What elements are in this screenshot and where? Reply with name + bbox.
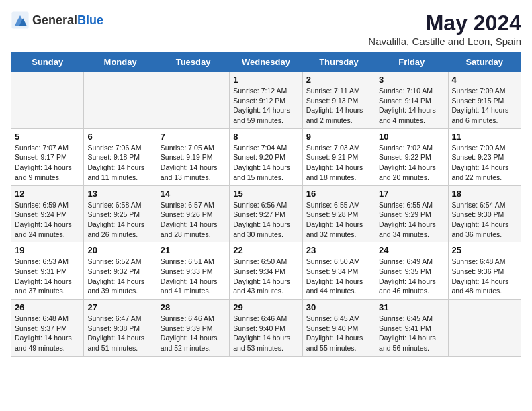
day-number: 16 (306, 189, 371, 199)
day-number: 29 (233, 302, 298, 312)
main-title: May 2024 (368, 11, 521, 36)
week-row-1: 1Sunrise: 7:12 AMSunset: 9:12 PMDaylight… (11, 72, 521, 129)
days-header-row: SundayMondayTuesdayWednesdayThursdayFrid… (11, 53, 521, 72)
day-info: Sunrise: 6:49 AMSunset: 9:35 PMDaylight:… (379, 257, 444, 296)
calendar-cell: 22Sunrise: 6:50 AMSunset: 9:34 PMDayligh… (230, 242, 302, 300)
day-info: Sunrise: 6:48 AMSunset: 9:36 PMDaylight:… (452, 257, 517, 296)
calendar-cell: 28Sunrise: 6:46 AMSunset: 9:39 PMDayligh… (157, 300, 229, 357)
day-info: Sunrise: 6:48 AMSunset: 9:37 PMDaylight:… (15, 314, 80, 353)
calendar-cell: 23Sunrise: 6:50 AMSunset: 9:34 PMDayligh… (302, 242, 375, 300)
calendar-cell: 2Sunrise: 7:11 AMSunset: 9:13 PMDaylight… (302, 72, 375, 129)
day-number: 25 (452, 245, 517, 255)
calendar-cell: 11Sunrise: 7:00 AMSunset: 9:23 PMDayligh… (448, 128, 521, 185)
day-header-sunday: Sunday (11, 53, 84, 72)
day-info: Sunrise: 7:12 AMSunset: 9:12 PMDaylight:… (233, 86, 298, 126)
day-header-thursday: Thursday (302, 53, 375, 72)
title-area: May 2024 Navalilla, Castille and Leon, S… (368, 11, 521, 47)
day-info: Sunrise: 6:50 AMSunset: 9:34 PMDaylight:… (306, 257, 371, 296)
calendar-cell: 13Sunrise: 6:58 AMSunset: 9:25 PMDayligh… (84, 185, 157, 242)
day-number: 13 (87, 189, 152, 199)
day-number: 1 (233, 75, 298, 85)
calendar-cell (84, 72, 157, 129)
calendar-cell: 26Sunrise: 6:48 AMSunset: 9:37 PMDayligh… (11, 300, 84, 357)
calendar-table: SundayMondayTuesdayWednesdayThursdayFrid… (11, 52, 521, 357)
day-header-tuesday: Tuesday (157, 53, 229, 72)
day-number: 6 (87, 132, 152, 142)
day-number: 15 (233, 189, 298, 199)
day-number: 14 (161, 189, 226, 199)
day-number: 5 (15, 132, 80, 142)
calendar-cell: 24Sunrise: 6:49 AMSunset: 9:35 PMDayligh… (375, 242, 448, 300)
day-number: 27 (87, 302, 152, 312)
calendar-cell: 18Sunrise: 6:54 AMSunset: 9:30 PMDayligh… (448, 185, 521, 242)
day-number: 18 (452, 189, 517, 199)
day-number: 4 (452, 75, 517, 85)
day-info: Sunrise: 7:00 AMSunset: 9:23 PMDaylight:… (452, 143, 517, 183)
week-row-3: 12Sunrise: 6:59 AMSunset: 9:24 PMDayligh… (11, 185, 521, 242)
day-number: 9 (306, 132, 371, 142)
calendar-cell: 8Sunrise: 7:04 AMSunset: 9:20 PMDaylight… (230, 128, 302, 185)
day-info: Sunrise: 6:51 AMSunset: 9:33 PMDaylight:… (161, 257, 226, 296)
calendar-cell: 14Sunrise: 6:57 AMSunset: 9:26 PMDayligh… (157, 185, 229, 242)
day-info: Sunrise: 6:50 AMSunset: 9:34 PMDaylight:… (233, 257, 298, 296)
calendar-cell: 25Sunrise: 6:48 AMSunset: 9:36 PMDayligh… (448, 242, 521, 300)
week-row-4: 19Sunrise: 6:53 AMSunset: 9:31 PMDayligh… (11, 242, 521, 300)
header: GeneralBlue May 2024 Navalilla, Castille… (11, 11, 521, 47)
day-info: Sunrise: 7:07 AMSunset: 9:17 PMDaylight:… (15, 143, 80, 183)
day-number: 8 (233, 132, 298, 142)
calendar-cell: 31Sunrise: 6:45 AMSunset: 9:41 PMDayligh… (375, 300, 448, 357)
day-header-monday: Monday (84, 53, 157, 72)
calendar-cell: 12Sunrise: 6:59 AMSunset: 9:24 PMDayligh… (11, 185, 84, 242)
day-number: 3 (379, 75, 444, 85)
day-header-wednesday: Wednesday (230, 53, 302, 72)
day-number: 2 (306, 75, 371, 85)
day-info: Sunrise: 6:54 AMSunset: 9:30 PMDaylight:… (452, 200, 517, 240)
day-number: 31 (379, 302, 444, 312)
day-info: Sunrise: 6:55 AMSunset: 9:28 PMDaylight:… (306, 200, 371, 240)
calendar-cell (448, 300, 521, 357)
calendar-cell: 29Sunrise: 6:46 AMSunset: 9:40 PMDayligh… (230, 300, 302, 357)
day-number: 19 (15, 245, 80, 255)
calendar-cell: 10Sunrise: 7:02 AMSunset: 9:22 PMDayligh… (375, 128, 448, 185)
day-number: 20 (87, 245, 152, 255)
calendar-cell: 16Sunrise: 6:55 AMSunset: 9:28 PMDayligh… (302, 185, 375, 242)
day-info: Sunrise: 6:47 AMSunset: 9:38 PMDaylight:… (87, 314, 152, 353)
day-info: Sunrise: 7:05 AMSunset: 9:19 PMDaylight:… (161, 143, 226, 183)
calendar-cell: 3Sunrise: 7:10 AMSunset: 9:14 PMDaylight… (375, 72, 448, 129)
day-info: Sunrise: 7:11 AMSunset: 9:13 PMDaylight:… (306, 86, 371, 126)
day-info: Sunrise: 6:46 AMSunset: 9:39 PMDaylight:… (161, 314, 226, 353)
logo-text: GeneralBlue (32, 13, 103, 28)
day-number: 28 (161, 302, 226, 312)
day-info: Sunrise: 6:57 AMSunset: 9:26 PMDaylight:… (161, 200, 226, 240)
day-number: 24 (379, 245, 444, 255)
day-info: Sunrise: 6:45 AMSunset: 9:41 PMDaylight:… (379, 314, 444, 353)
day-number: 17 (379, 189, 444, 199)
day-info: Sunrise: 6:53 AMSunset: 9:31 PMDaylight:… (15, 257, 80, 296)
day-info: Sunrise: 7:10 AMSunset: 9:14 PMDaylight:… (379, 86, 444, 126)
calendar-cell: 20Sunrise: 6:52 AMSunset: 9:32 PMDayligh… (84, 242, 157, 300)
calendar-cell: 27Sunrise: 6:47 AMSunset: 9:38 PMDayligh… (84, 300, 157, 357)
day-info: Sunrise: 6:58 AMSunset: 9:25 PMDaylight:… (87, 200, 152, 240)
calendar-cell (157, 72, 229, 129)
day-info: Sunrise: 7:02 AMSunset: 9:22 PMDaylight:… (379, 143, 444, 183)
week-row-2: 5Sunrise: 7:07 AMSunset: 9:17 PMDaylight… (11, 128, 521, 185)
calendar-cell: 30Sunrise: 6:45 AMSunset: 9:40 PMDayligh… (302, 300, 375, 357)
day-number: 11 (452, 132, 517, 142)
calendar-cell: 4Sunrise: 7:09 AMSunset: 9:15 PMDaylight… (448, 72, 521, 129)
logo-blue: Blue (77, 13, 103, 27)
day-number: 21 (161, 245, 226, 255)
day-info: Sunrise: 6:55 AMSunset: 9:29 PMDaylight:… (379, 200, 444, 240)
day-number: 22 (233, 245, 298, 255)
logo-icon (11, 11, 30, 30)
day-number: 7 (161, 132, 226, 142)
day-info: Sunrise: 6:45 AMSunset: 9:40 PMDaylight:… (306, 314, 371, 353)
logo: GeneralBlue (11, 11, 103, 30)
day-number: 26 (15, 302, 80, 312)
day-number: 30 (306, 302, 371, 312)
calendar-cell: 19Sunrise: 6:53 AMSunset: 9:31 PMDayligh… (11, 242, 84, 300)
day-number: 10 (379, 132, 444, 142)
day-info: Sunrise: 6:52 AMSunset: 9:32 PMDaylight:… (87, 257, 152, 296)
day-number: 23 (306, 245, 371, 255)
calendar-cell: 1Sunrise: 7:12 AMSunset: 9:12 PMDaylight… (230, 72, 302, 129)
day-info: Sunrise: 7:04 AMSunset: 9:20 PMDaylight:… (233, 143, 298, 183)
